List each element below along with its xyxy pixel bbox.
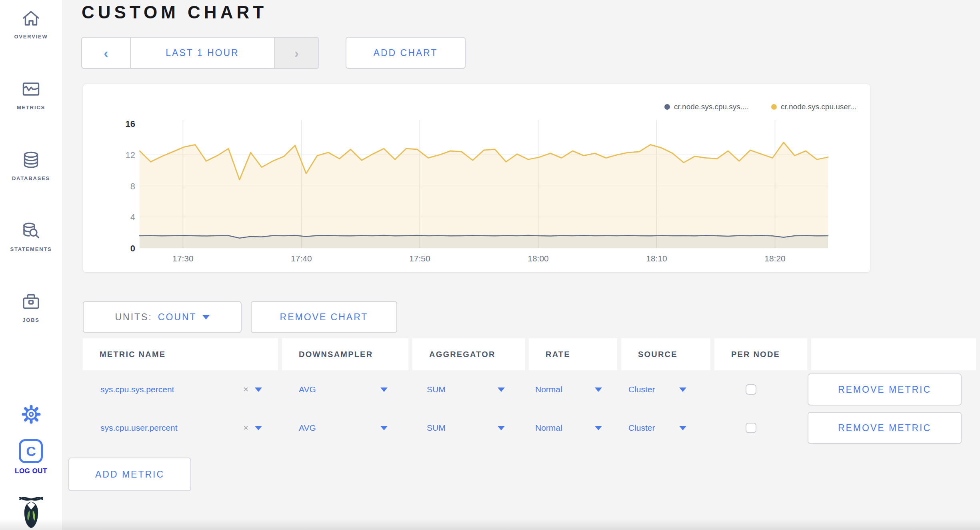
sidebar-item-databases[interactable]: DATABASES — [12, 149, 50, 181]
column-header-aggregator: AGGREGATOR — [412, 338, 525, 370]
sidebar-item-metrics[interactable]: METRICS — [17, 78, 45, 110]
chart-card: cr.node.sys.cpu.sys.... cr.node.sys.cpu.… — [83, 84, 870, 273]
rate-value: Normal — [535, 423, 562, 433]
sidebar-item-statements[interactable]: STATEMENTS — [10, 220, 52, 252]
downsampler-value: AVG — [299, 423, 316, 433]
aggregator-value: SUM — [427, 385, 446, 394]
aggregator-value: SUM — [427, 423, 446, 433]
cockroach-bug-icon — [18, 494, 44, 530]
chart-options-row: UNITS: COUNT REMOVE CHART — [83, 301, 397, 333]
svg-text:4: 4 — [130, 212, 135, 222]
downsampler-dropdown[interactable]: AVG — [282, 423, 408, 433]
aggregator-dropdown[interactable]: SUM — [412, 423, 525, 433]
sidebar-item-label: JOBS — [22, 317, 40, 323]
databases-icon — [20, 149, 42, 171]
per-node-checkbox[interactable] — [746, 384, 756, 395]
legend-dot-user — [771, 104, 777, 110]
table-row: sys.cpu.user.percent × AVG SUM Normal Cl… — [83, 409, 976, 447]
sidebar-item-label: DATABASES — [12, 175, 50, 181]
per-node-checkbox[interactable] — [746, 423, 756, 433]
remove-chart-button[interactable]: REMOVE CHART — [251, 301, 397, 333]
chart-legend: cr.node.sys.cpu.sys.... cr.node.sys.cpu.… — [664, 102, 856, 111]
add-chart-button[interactable]: ADD CHART — [346, 37, 466, 69]
remove-metric-button[interactable]: REMOVE METRIC — [808, 373, 962, 406]
sidebar-item-label: OVERVIEW — [14, 34, 48, 40]
chevron-down-icon — [595, 426, 602, 430]
source-dropdown[interactable]: Cluster — [621, 385, 710, 394]
svg-text:18:00: 18:00 — [528, 254, 549, 263]
svg-text:17:30: 17:30 — [172, 254, 194, 263]
chevron-down-icon — [380, 387, 388, 392]
column-header-per-node: PER NODE — [714, 338, 807, 370]
time-prev-button[interactable]: ‹ — [82, 38, 130, 68]
svg-text:17:40: 17:40 — [291, 254, 312, 263]
chevron-down-icon — [679, 387, 686, 392]
svg-text:18:10: 18:10 — [646, 254, 667, 263]
chevron-down-icon — [498, 387, 505, 392]
column-header-actions — [811, 338, 976, 370]
cpu-line-chart: 17:3017:4017:5018:0018:1018:200481216 — [83, 84, 870, 272]
downsampler-dropdown[interactable]: AVG — [282, 385, 408, 394]
rate-value: Normal — [535, 385, 562, 394]
rate-dropdown[interactable]: Normal — [529, 423, 617, 433]
logout-label: LOG OUT — [15, 467, 47, 475]
clear-metric-icon[interactable]: × — [243, 384, 248, 395]
legend-dot-sys — [664, 104, 670, 110]
clear-metric-icon[interactable]: × — [243, 423, 248, 433]
time-controls: ‹ LAST 1 HOUR › ADD CHART — [81, 37, 466, 69]
svg-text:18:20: 18:20 — [764, 254, 786, 263]
chevron-left-icon: ‹ — [104, 46, 108, 60]
chevron-down-icon — [679, 426, 686, 430]
settings-button[interactable] — [20, 403, 42, 427]
metrics-icon — [20, 78, 42, 100]
chevron-down-icon — [202, 315, 210, 319]
svg-text:16: 16 — [126, 119, 135, 129]
source-value: Cluster — [628, 423, 655, 433]
time-range-button[interactable]: LAST 1 HOUR — [130, 38, 275, 68]
svg-text:8: 8 — [130, 181, 135, 191]
units-label: UNITS: — [115, 312, 152, 323]
metric-name-value[interactable]: sys.cpu.sys.percent — [100, 385, 174, 394]
chevron-down-icon — [595, 387, 602, 392]
chevron-down-icon — [498, 426, 505, 430]
main-content: CUSTOM CHART ‹ LAST 1 HOUR › ADD CHART c… — [62, 0, 980, 530]
column-header-metric-name: METRIC NAME — [83, 338, 278, 370]
cockroach-c-icon: C — [19, 439, 43, 463]
sidebar-item-overview[interactable]: OVERVIEW — [14, 8, 48, 40]
svg-text:12: 12 — [126, 150, 135, 160]
legend-item: cr.node.sys.cpu.user... — [771, 102, 856, 111]
metric-name-value[interactable]: sys.cpu.user.percent — [100, 423, 178, 433]
chevron-down-icon[interactable] — [255, 426, 262, 430]
sidebar-item-jobs[interactable]: JOBS — [20, 291, 42, 323]
add-metric-button[interactable]: ADD METRIC — [68, 458, 191, 491]
units-dropdown[interactable]: UNITS: COUNT — [83, 301, 242, 333]
sidebar-item-label: METRICS — [17, 104, 45, 110]
column-header-source: SOURCE — [621, 338, 710, 370]
table-header-row: METRIC NAME DOWNSAMPLER AGGREGATOR RATE … — [83, 338, 976, 370]
column-header-rate: RATE — [529, 338, 617, 370]
svg-text:0: 0 — [130, 243, 135, 253]
units-value: COUNT — [158, 312, 197, 323]
legend-item: cr.node.sys.cpu.sys.... — [664, 102, 749, 111]
downsampler-value: AVG — [299, 385, 316, 394]
chevron-right-icon: › — [294, 46, 299, 60]
legend-label: cr.node.sys.cpu.user... — [781, 102, 856, 111]
home-icon — [20, 8, 42, 29]
sidebar: OVERVIEW METRICS DATABASES STATEMENTS — [0, 0, 62, 530]
logout-button[interactable]: C LOG OUT — [15, 439, 47, 475]
sidebar-item-label: STATEMENTS — [10, 246, 52, 252]
time-next-button-disabled[interactable]: › — [275, 38, 318, 68]
rate-dropdown[interactable]: Normal — [529, 385, 617, 394]
chevron-down-icon — [380, 426, 388, 430]
svg-text:17:50: 17:50 — [409, 254, 430, 263]
chevron-down-icon[interactable] — [255, 387, 262, 392]
remove-metric-button[interactable]: REMOVE METRIC — [808, 412, 962, 444]
metrics-table: METRIC NAME DOWNSAMPLER AGGREGATOR RATE … — [83, 338, 976, 491]
aggregator-dropdown[interactable]: SUM — [412, 385, 525, 394]
table-row: sys.cpu.sys.percent × AVG SUM Normal Clu… — [83, 370, 976, 409]
legend-label: cr.node.sys.cpu.sys.... — [674, 102, 749, 111]
column-header-downsampler: DOWNSAMPLER — [282, 338, 408, 370]
source-dropdown[interactable]: Cluster — [621, 423, 710, 433]
page-title: CUSTOM CHART — [82, 2, 267, 22]
gear-icon — [20, 403, 42, 426]
